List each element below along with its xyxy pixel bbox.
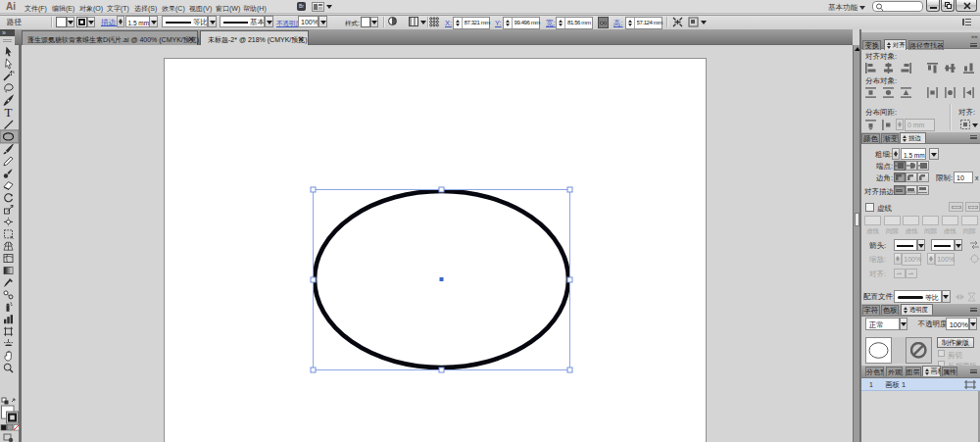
svg-text:T: T [5,105,13,120]
svg-text:»: » [2,29,6,36]
